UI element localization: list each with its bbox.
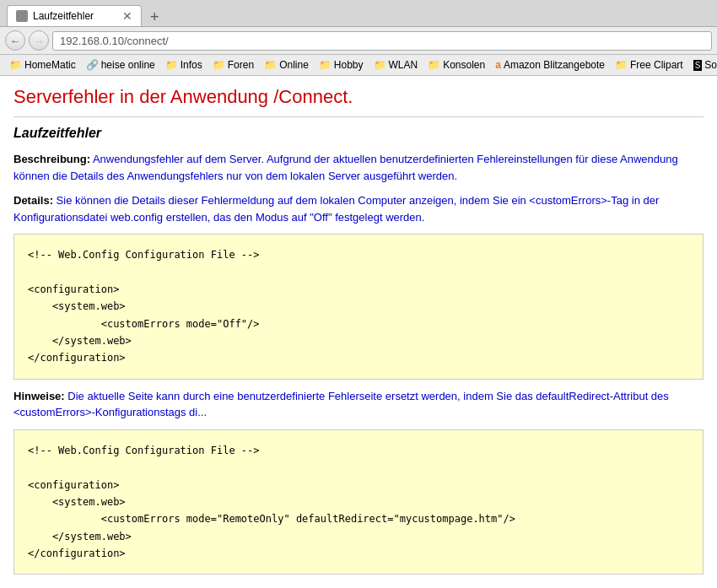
bookmark-label: Free Clipart xyxy=(630,59,683,71)
bookmark-amazon[interactable]: a Amazon Blitzangebote xyxy=(491,57,609,73)
bookmark-heise[interactable]: 🔗 heise online xyxy=(82,57,159,73)
bookmark-clipart[interactable]: 📁 Free Clipart xyxy=(611,57,687,73)
bookmark-link-icon: 🔗 xyxy=(86,59,99,71)
bookmark-folder-icon: 📁 xyxy=(428,59,440,71)
bookmark-folder-icon: 📁 xyxy=(264,59,277,71)
bookmark-folder-icon: 📁 xyxy=(165,59,178,71)
address-bar[interactable] xyxy=(52,31,712,51)
bookmark-label: Foren xyxy=(228,59,254,71)
details-text: Sie können die Details dieser Fehlermeld… xyxy=(13,194,659,224)
bookmark-label: Sony Ne... xyxy=(704,59,717,71)
bookmark-hobby[interactable]: 📁 Hobby xyxy=(315,57,368,73)
browser-chrome: Laufzeitfehler ✕ + xyxy=(0,0,717,26)
details-label: Details: xyxy=(13,194,53,207)
bookmark-foren[interactable]: 📁 Foren xyxy=(208,57,258,73)
bookmark-label: Konsolen xyxy=(443,59,485,71)
back-button[interactable]: ← xyxy=(5,30,25,51)
code-block-2: <!-- Web.Config Configuration File --> <… xyxy=(13,429,704,575)
bookmark-label: HomeMatic xyxy=(24,59,76,71)
bookmark-label: WLAN xyxy=(389,59,418,71)
page-content: Serverfehler in der Anwendung /Connect. … xyxy=(0,76,717,588)
tab-favicon xyxy=(16,10,28,22)
tab-title: Laufzeitfehler xyxy=(33,10,117,22)
new-tab-button[interactable]: + xyxy=(145,8,164,26)
bookmark-label: Online xyxy=(279,59,309,71)
bookmark-folder-icon: 📁 xyxy=(319,59,332,71)
bookmark-folder-icon: 📁 xyxy=(9,59,22,71)
bookmark-amazon-icon: a xyxy=(495,59,501,71)
bookmark-sony[interactable]: S Sony Ne... xyxy=(689,57,717,73)
hints-text: Die aktuelle Seite kann durch eine benut… xyxy=(13,390,669,419)
details-section: Details: Sie können die Details dieser F… xyxy=(13,192,704,225)
bookmark-infos[interactable]: 📁 Infos xyxy=(161,57,207,73)
bookmark-online[interactable]: 📁 Online xyxy=(260,57,313,73)
code-content-2: <!-- Web.Config Configuration File --> <… xyxy=(28,442,689,563)
tab-close-button[interactable]: ✕ xyxy=(122,10,132,22)
description-text: Anwendungsfehler auf dem Server. Aufgrun… xyxy=(13,153,678,182)
bookmark-label: Amazon Blitzangebote xyxy=(504,59,605,71)
bookmarks-bar: 📁 HomeMatic 🔗 heise online 📁 Infos 📁 For… xyxy=(0,55,717,76)
bookmark-label: Hobby xyxy=(334,59,364,71)
bookmark-folder-icon: 📁 xyxy=(213,59,225,71)
bookmark-wlan[interactable]: 📁 WLAN xyxy=(369,57,423,73)
code-block-1: <!-- Web.Config Configuration File --> <… xyxy=(13,234,704,380)
code-content-1: <!-- Web.Config Configuration File --> <… xyxy=(28,246,689,367)
description-label: Beschreibung: xyxy=(13,153,90,165)
bookmark-label: heise online xyxy=(101,59,155,71)
bookmark-folder-icon: 📁 xyxy=(374,59,386,71)
forward-button[interactable]: → xyxy=(29,30,49,51)
bookmark-konsolen[interactable]: 📁 Konsolen xyxy=(423,57,489,73)
description-section: Beschreibung: Anwendungsfehler auf dem S… xyxy=(13,151,704,184)
hints-label: Hinweise: xyxy=(13,390,65,402)
bookmark-folder-icon: 📁 xyxy=(615,59,628,71)
bookmark-sony-icon: S xyxy=(693,60,703,71)
hints-section: Hinweise: Die aktuelle Seite kann durch … xyxy=(13,388,704,421)
tab-bar: Laufzeitfehler ✕ + xyxy=(7,5,710,26)
active-tab[interactable]: Laufzeitfehler ✕ xyxy=(7,5,142,26)
page-title: Serverfehler in der Anwendung /Connect. xyxy=(13,86,704,117)
error-type: Laufzeitfehler xyxy=(13,126,704,141)
bookmark-label: Infos xyxy=(181,59,202,71)
navigation-bar: ← → xyxy=(0,26,717,55)
bookmark-homematic[interactable]: 📁 HomeMatic xyxy=(5,57,80,73)
